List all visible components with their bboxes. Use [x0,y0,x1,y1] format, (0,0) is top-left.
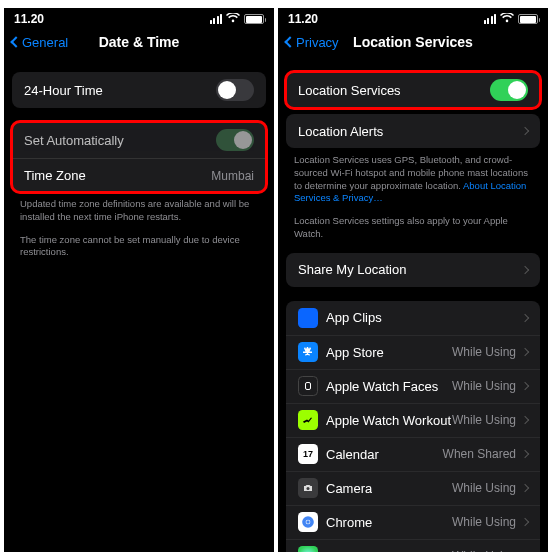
footer-text-1: Updated time zone definitions are availa… [4,192,274,228]
app-row-watch-workout[interactable]: Apple Watch Workout While Using [286,403,540,437]
row-set-automatically[interactable]: Set Automatically [12,122,266,158]
app-store-icon [298,342,318,362]
app-clips-icon [298,308,318,328]
back-label: Privacy [296,35,339,50]
status-time: 11.20 [288,12,318,26]
find-my-icon [298,546,318,552]
status-time: 11.20 [14,12,44,26]
chevron-right-icon [521,127,529,135]
row-share-location[interactable]: Share My Location [286,253,540,287]
watch-workout-icon [298,410,318,430]
app-row-app-store[interactable]: App Store While Using [286,335,540,369]
status-bar: 11.20 [4,8,274,28]
screen-location-services: 11.20 Privacy Location Services Location… [278,8,548,552]
row-location-alerts[interactable]: Location Alerts [286,114,540,148]
app-row-app-clips[interactable]: App Clips [286,301,540,335]
group-auto-timezone: Set Automatically Time Zone Mumbai [12,122,266,192]
battery-icon [244,14,264,24]
apps-list: App Clips App Store While Using Apple Wa… [286,301,540,552]
app-row-chrome[interactable]: Chrome While Using [286,505,540,539]
nav-bar: General Date & Time [4,28,274,56]
row-location-services[interactable]: Location Services [286,72,540,108]
toggle-24hour[interactable] [216,79,254,101]
wifi-icon [500,12,514,26]
app-row-camera[interactable]: Camera While Using [286,471,540,505]
screen-date-time: 11.20 General Date & Time 24-Hour Time [4,8,274,552]
cellular-icon [484,14,497,24]
svg-point-1 [307,487,310,490]
back-label: General [22,35,68,50]
back-button[interactable]: General [12,35,68,50]
chevron-right-icon [521,266,529,274]
cellular-icon [210,14,223,24]
status-bar: 11.20 [278,8,548,28]
camera-icon [298,478,318,498]
battery-icon [518,14,538,24]
footer-loc-2: Location Services settings also apply to… [278,209,548,245]
chevron-right-icon [521,416,529,424]
watch-faces-icon [298,376,318,396]
chevron-right-icon [521,348,529,356]
app-row-find-my[interactable]: Find My While Using [286,539,540,552]
back-button[interactable]: Privacy [286,35,339,50]
toggle-set-automatically[interactable] [216,129,254,151]
chevron-right-icon [521,314,529,322]
chevron-right-icon [521,450,529,458]
chrome-icon [298,512,318,532]
chevron-right-icon [521,382,529,390]
chevron-right-icon [521,484,529,492]
svg-point-4 [306,521,310,525]
row-24hour[interactable]: 24-Hour Time [12,72,266,108]
chevron-left-icon [10,36,21,47]
group-location-toggle: Location Services [286,72,540,108]
app-row-watch-faces[interactable]: Apple Watch Faces While Using [286,369,540,403]
time-zone-value: Mumbai [211,169,254,183]
toggle-location-services[interactable] [490,79,528,101]
chevron-left-icon [284,36,295,47]
wifi-icon [226,12,240,26]
chevron-right-icon [521,518,529,526]
calendar-icon: 17 [298,444,318,464]
row-time-zone[interactable]: Time Zone Mumbai [12,158,266,192]
svg-rect-0 [306,383,311,390]
app-row-calendar[interactable]: 17Calendar When Shared [286,437,540,471]
footer-loc-1: Location Services uses GPS, Bluetooth, a… [278,148,548,209]
footer-text-2: The time zone cannot be set manually due… [4,228,274,264]
nav-bar: Privacy Location Services [278,28,548,56]
